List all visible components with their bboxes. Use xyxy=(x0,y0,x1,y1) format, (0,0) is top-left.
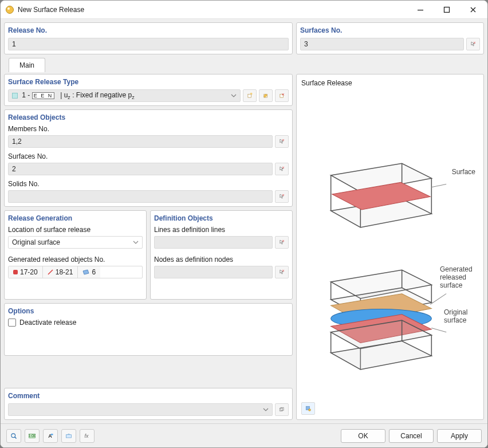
release-generation-header: Release Generation xyxy=(8,214,143,222)
def-lines-label: Lines as definition lines xyxy=(154,226,289,234)
pick-surfaces-button[interactable] xyxy=(466,38,480,50)
chevron-down-icon xyxy=(263,407,269,412)
def-nodes-input[interactable] xyxy=(154,266,273,278)
preview-canvas: Surface Generated released surface Origi… xyxy=(301,91,479,402)
preview-settings-button[interactable] xyxy=(301,402,315,415)
location-select[interactable]: Original surface xyxy=(8,236,143,249)
preview-label-original: Original surface xyxy=(444,308,475,324)
eein-badge: E E N xyxy=(32,92,55,99)
ro-surfaces-no-input[interactable]: 2 xyxy=(8,163,273,175)
location-label: Location of surface release xyxy=(8,226,143,234)
view-button[interactable] xyxy=(61,429,76,443)
dialog-footer: 0.00 A fx OK Cancel Apply xyxy=(1,423,487,447)
minimize-button[interactable] xyxy=(407,1,434,18)
units-button[interactable]: 0.00 xyxy=(25,429,40,443)
chevron-down-icon xyxy=(133,239,139,245)
released-objects-header: Released Objects xyxy=(8,113,289,121)
svg-marker-48 xyxy=(331,341,432,370)
release-no-label: Release No. xyxy=(8,26,289,34)
surface-release-type-select[interactable]: 1 - E E N | uz : Fixed if negative pz xyxy=(8,89,241,102)
ro-surfaces-no-label: Surfaces No. xyxy=(8,152,289,160)
type-color-swatch xyxy=(12,93,18,99)
delete-type-button[interactable] xyxy=(275,89,289,102)
tab-main[interactable]: Main xyxy=(9,58,45,72)
node-dot-icon xyxy=(13,270,18,274)
gen-def-row: Release Generation Location of surface r… xyxy=(4,210,293,300)
definition-objects-header: Definition Objects xyxy=(154,214,289,222)
pick-def-nodes-button[interactable] xyxy=(275,266,289,278)
location-value: Original surface xyxy=(12,238,60,246)
pick-solids-button[interactable] xyxy=(275,190,289,203)
checkbox-box-icon xyxy=(8,319,16,327)
generated-label: Generated released objects No. xyxy=(8,256,143,264)
svg-rect-2 xyxy=(418,10,423,10)
comment-library-button[interactable] xyxy=(275,403,289,416)
pick-ro-surfaces-button[interactable] xyxy=(275,163,289,175)
release-no-panel: Release No. 1 xyxy=(4,22,293,54)
release-no-input[interactable]: 1 xyxy=(8,38,289,50)
options-header: Options xyxy=(8,307,289,315)
options-panel: Options Deactivate release xyxy=(4,303,293,356)
ro-surfaces-no-value: 2 xyxy=(12,165,16,173)
surface-release-type-panel: Surface Release Type 1 - E E N | uz : Fi… xyxy=(4,74,293,106)
svg-rect-58 xyxy=(51,434,53,435)
app-icon xyxy=(5,5,14,14)
surfaces-no-input[interactable]: 3 xyxy=(300,38,464,50)
def-nodes-label: Nodes as definition nodes xyxy=(154,256,289,264)
dialog-body: Release No. 1 Surfaces No. 3 Main xyxy=(1,19,487,423)
ok-button[interactable]: OK xyxy=(341,429,385,443)
surface-release-type-value: 1 - E E N | uz : Fixed if negative pz xyxy=(12,91,135,100)
svg-point-1 xyxy=(7,7,10,10)
deactivate-release-checkbox[interactable]: Deactivate release xyxy=(8,319,289,327)
preview-label-generated: Generated released surface xyxy=(440,265,475,289)
comment-panel: Comment xyxy=(4,388,293,420)
tabs: Main xyxy=(4,58,484,72)
help-button[interactable] xyxy=(6,429,21,443)
cancel-label: Cancel xyxy=(400,432,422,440)
svg-line-49 xyxy=(430,294,446,305)
edit-type-button[interactable] xyxy=(259,89,273,102)
svg-text:fx: fx xyxy=(85,433,89,439)
def-lines-input[interactable] xyxy=(154,236,273,249)
generated-seg-lines: 18-21 xyxy=(43,266,78,278)
preview-panel: Surface Release xyxy=(296,74,484,420)
surface-icon xyxy=(82,269,89,275)
svg-point-0 xyxy=(6,6,14,13)
svg-line-18 xyxy=(48,270,53,274)
tab-main-label: Main xyxy=(19,61,34,69)
chevron-down-icon xyxy=(231,93,237,99)
left-column: Surface Release Type 1 - E E N | uz : Fi… xyxy=(4,74,293,420)
pick-def-lines-button[interactable] xyxy=(275,236,289,249)
line-icon xyxy=(48,269,53,275)
close-button[interactable] xyxy=(460,1,486,18)
svg-rect-59 xyxy=(66,434,72,437)
definition-objects-panel: Definition Objects Lines as definition l… xyxy=(150,210,293,300)
cancel-button[interactable]: Cancel xyxy=(389,429,434,443)
ok-label: OK xyxy=(358,432,368,440)
svg-line-33 xyxy=(431,184,446,187)
pick-members-button[interactable] xyxy=(275,135,289,148)
maximize-button[interactable] xyxy=(434,1,460,18)
new-type-button[interactable] xyxy=(243,89,257,102)
comment-input[interactable] xyxy=(8,403,273,416)
svg-rect-3 xyxy=(444,7,450,12)
solids-no-label: Solids No. xyxy=(8,180,289,188)
text-style-button[interactable]: A xyxy=(43,429,58,443)
apply-button[interactable]: Apply xyxy=(437,429,482,443)
fx-button[interactable]: fx xyxy=(80,429,95,443)
members-no-label: Members No. xyxy=(8,125,289,133)
svg-marker-19 xyxy=(83,270,89,274)
top-row: Release No. 1 Surfaces No. 3 xyxy=(4,22,484,54)
surfaces-no-value: 3 xyxy=(304,40,308,48)
svg-point-52 xyxy=(309,409,311,411)
preview-illustration xyxy=(301,91,479,402)
release-generation-panel: Release Generation Location of surface r… xyxy=(4,210,147,300)
svg-rect-6 xyxy=(248,95,251,98)
release-no-value: 1 xyxy=(12,40,16,48)
solids-no-input[interactable] xyxy=(8,190,273,203)
deactivate-release-label: Deactivate release xyxy=(19,319,76,327)
generated-objects-display: 17-20 18-21 6 xyxy=(8,266,143,278)
generated-seg-nodes: 17-20 xyxy=(9,266,43,278)
members-no-input[interactable]: 1,2 xyxy=(8,135,273,148)
svg-rect-25 xyxy=(281,407,284,410)
